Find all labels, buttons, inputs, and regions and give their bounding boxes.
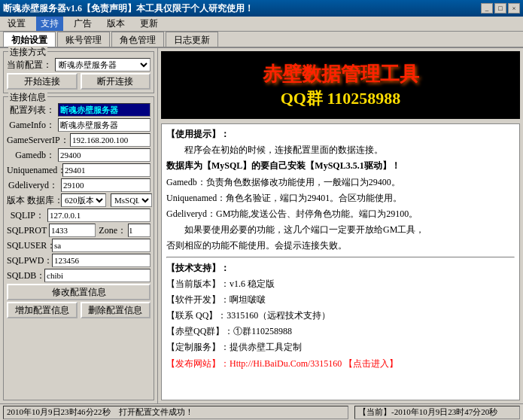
gameinfo-label: GameInfo： <box>7 119 55 132</box>
right-panel: 赤壁数据管理工具 QQ群 110258988 【使用提示】： 程序会在初始的时候… <box>158 48 523 403</box>
gamedb-input[interactable] <box>58 148 151 162</box>
menu-ad[interactable]: 广告 <box>69 17 96 31</box>
info-line: 【使用提示】： <box>166 127 515 142</box>
status-bar: 2010年10月9日23时46分22秒 打开配置文件成功！ 【当前】-2010年… <box>0 403 523 420</box>
gameinfo-row: GameInfo： <box>7 118 151 132</box>
version-label: 版本 数据库： <box>7 194 55 207</box>
current-config-select[interactable]: 断魂赤壁服务器 <box>55 58 151 72</box>
info-line: 【发布网站】：Http://Hi.BaiDu.Com/3315160 【点击进入… <box>166 357 515 371</box>
info-line: 程序会在初始的时候，连接配置里面的数据连接。 <box>166 143 515 157</box>
sqldb-label: SQLDB： <box>7 269 41 282</box>
sqluser-input[interactable] <box>52 239 151 252</box>
info-line: 数据库为【MySQL】的要自己安装【MySQL3.5.1驱动】！ <box>166 159 515 173</box>
info-group: 连接信息 配置列表： GameInfo： GameServerIP： Gamed… <box>3 96 154 400</box>
config-list-label: 配置列表： <box>7 104 55 117</box>
add-delete-buttons: 增加配置信息 删除配置信息 <box>7 302 151 318</box>
gdeliveryd-input[interactable] <box>61 178 151 192</box>
stop-connect-button[interactable]: 断开连接 <box>81 73 151 90</box>
info-line: 如果要使用必要的功能，这几个端口一定要开放给GM工具， <box>166 223 515 237</box>
info-line: Uniquenamed：角色名验证，端口为29401。合区功能使用。 <box>166 191 515 205</box>
sqlpwd-row: SQLPWD： <box>7 254 151 267</box>
connect-buttons: 开始连接 断开连接 <box>7 73 151 90</box>
info-line: Gdeliveryd：GM功能,发送公告、封停角色功能。端口为29100。 <box>166 207 515 221</box>
current-config-label: 当前配置： <box>7 59 52 72</box>
sqlip-input[interactable] <box>47 208 151 222</box>
info-line: 【赤壁QQ群】：①群110258988 <box>166 324 515 339</box>
sqluser-row: SQLUSER： <box>7 239 151 252</box>
delete-config-button[interactable]: 删除配置信息 <box>81 302 151 318</box>
main-content: 连接方式 当前配置： 断魂赤壁服务器 开始连接 断开连接 连接信息 配置列表： <box>0 48 523 403</box>
title-bar: 断魂赤壁服务器v1.6【免责声明】本工具仅限于个人研究使用！ _ □ × <box>0 0 523 17</box>
sqlport-row: SQLPROT： Zone： <box>7 224 151 237</box>
uniquenamed-label: Uniquenamed： <box>7 164 59 177</box>
sqldb-row: SQLDB： <box>7 269 151 282</box>
modify-config-button[interactable]: 修改配置信息 <box>7 284 151 300</box>
current-config-row: 当前配置： 断魂赤壁服务器 <box>7 58 151 72</box>
connect-group: 连接方式 当前配置： 断魂赤壁服务器 开始连接 断开连接 <box>3 51 154 93</box>
status-right: 【当前】-2010年10月9日23时47分20秒 <box>354 406 520 419</box>
gameserverip-input[interactable] <box>70 133 151 147</box>
banner-qq: QQ群 110258988 <box>281 87 401 110</box>
tabs-bar: 初始设置 账号管理 角色管理 日志更新 <box>0 32 523 48</box>
uniquenamed-row: Uniquenamed： <box>7 163 151 177</box>
left-panel: 连接方式 当前配置： 断魂赤壁服务器 开始连接 断开连接 连接信息 配置列表： <box>0 48 158 403</box>
menu-settings[interactable]: 设置 <box>3 17 30 31</box>
uniquenamed-input[interactable] <box>62 163 151 177</box>
gameserverip-row: GameServerIP： <box>7 133 151 147</box>
info-line: 【技术支持】： <box>166 261 515 275</box>
close-button[interactable]: × <box>508 3 520 14</box>
info-line: 【定制服务】：提供赤壁工具定制 <box>166 340 515 355</box>
minimize-button[interactable]: _ <box>481 3 493 14</box>
info-line: Gamedb：负责角色数据修改功能使用，一般端口为29400。 <box>166 175 515 190</box>
config-list-row: 配置列表： <box>7 103 151 117</box>
tab-log-update[interactable]: 日志更新 <box>166 32 218 47</box>
menu-version[interactable]: 版本 <box>102 17 129 31</box>
info-group-title: 连接信息 <box>8 91 47 104</box>
zone-input[interactable] <box>128 224 151 237</box>
info-line: 否则相应的功能不能使用。会提示连接失败。 <box>166 239 515 253</box>
gameserverip-label: GameServerIP： <box>7 134 67 147</box>
info-line: 【当前版本】：v1.6 稳定版 <box>166 277 515 291</box>
version-select[interactable]: 620版本 <box>61 193 106 207</box>
banner-title: 赤壁数据管理工具 <box>263 61 419 87</box>
info-line: 【软件开发】：啊坦啵啵 <box>166 293 515 307</box>
config-list-input[interactable] <box>58 103 151 117</box>
menu-bar: 设置 支持 广告 版本 更新 <box>0 17 523 32</box>
banner: 赤壁数据管理工具 QQ群 110258988 <box>161 51 520 119</box>
maximize-button[interactable]: □ <box>494 3 506 14</box>
sqluser-label: SQLUSER： <box>7 239 49 252</box>
gdeliveryd-row: Gdeliveryd： <box>7 178 151 192</box>
sqldb-input[interactable] <box>44 269 151 282</box>
zone-label: Zone： <box>99 224 126 237</box>
gamedb-label: Gamedb： <box>7 149 55 162</box>
tab-account-mgmt[interactable]: 账号管理 <box>57 32 110 47</box>
gameinfo-input[interactable] <box>58 118 151 132</box>
window-controls[interactable]: _ □ × <box>481 3 520 14</box>
dbtype-select[interactable]: MsSQL库 <box>111 193 152 207</box>
add-config-button[interactable]: 增加配置信息 <box>7 302 78 318</box>
connect-group-title: 连接方式 <box>8 46 47 59</box>
sqlpwd-label: SQLPWD： <box>7 254 49 267</box>
sqlpwd-input[interactable] <box>52 254 151 267</box>
sqlip-label: SQLIP： <box>7 209 44 222</box>
sqlport-input[interactable] <box>49 224 96 237</box>
info-area: 【使用提示】： 程序会在初始的时候，连接配置里面的数据连接。数据库为【MySQL… <box>161 123 520 400</box>
gdeliveryd-label: Gdeliveryd： <box>7 179 58 192</box>
sqlip-row: SQLIP： <box>7 208 151 222</box>
version-row: 版本 数据库： 620版本 MsSQL库 <box>7 193 151 207</box>
window-title: 断魂赤壁服务器v1.6【免责声明】本工具仅限于个人研究使用！ <box>3 2 254 15</box>
menu-update[interactable]: 更新 <box>135 17 163 31</box>
status-left: 2010年10月9日23时46分22秒 打开配置文件成功！ <box>3 406 348 419</box>
gamedb-row: Gamedb： <box>7 148 151 162</box>
tab-role-mgmt[interactable]: 角色管理 <box>111 32 164 47</box>
tab-initial-setup[interactable]: 初始设置 <box>3 32 56 47</box>
menu-support[interactable]: 支持 <box>36 17 63 31</box>
sqlport-label: SQLPROT： <box>7 224 46 237</box>
start-connect-button[interactable]: 开始连接 <box>7 73 78 90</box>
info-line: 【联系 QQ】：3315160（远程技术支持） <box>166 309 515 323</box>
